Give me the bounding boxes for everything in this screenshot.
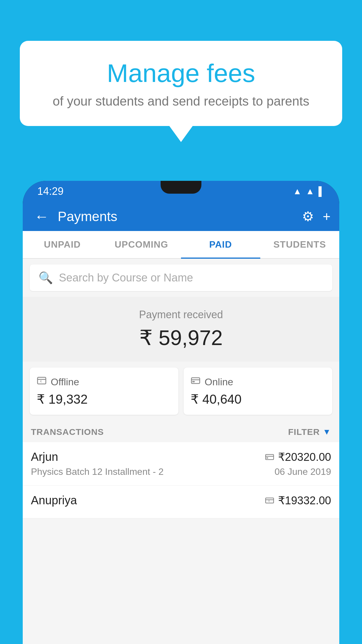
svg-text:₹: ₹ <box>40 380 42 383</box>
transaction-payment-icon-1 <box>265 451 274 463</box>
content-area: 🔍 Search by Course or Name Payment recei… <box>23 259 339 644</box>
tab-upcoming[interactable]: UPCOMING <box>102 231 181 258</box>
transaction-top-1: Arjun ₹20320.00 <box>31 450 331 463</box>
transaction-top-2: Anupriya ₹ ₹19332.00 <box>31 494 331 507</box>
add-icon[interactable]: + <box>323 209 331 224</box>
phone-frame: 14:29 ▲ ▲ ▌ ← Payments ⚙ + UNPAID UPCOMI… <box>23 181 339 644</box>
tab-students[interactable]: STUDENTS <box>260 231 340 258</box>
payment-received-amount: ₹ 59,972 <box>29 326 333 350</box>
transaction-amount-2: ₹19332.00 <box>278 494 331 507</box>
app-bar: ← Payments ⚙ + <box>23 202 339 231</box>
filter-text: FILTER <box>288 427 320 437</box>
transaction-bottom-1: Physics Batch 12 Installment - 2 06 June… <box>31 466 331 477</box>
status-icons: ▲ ▲ ▌ <box>293 186 325 196</box>
transactions-header: TRANSACTIONS FILTER ▼ <box>23 422 339 442</box>
transaction-payment-icon-2: ₹ <box>265 495 274 506</box>
speech-bubble: Manage fees of your students and send re… <box>20 41 342 126</box>
speech-bubble-title: Manage fees <box>43 58 319 88</box>
speech-bubble-subtitle: of your students and send receipts to pa… <box>43 94 319 108</box>
offline-card-amount: ₹ 19,332 <box>37 392 171 407</box>
filter-icon: ▼ <box>323 427 331 437</box>
online-card-header: Online <box>191 376 325 388</box>
app-bar-actions: ⚙ + <box>302 209 331 224</box>
back-button[interactable]: ← <box>31 205 52 228</box>
transactions-label: TRANSACTIONS <box>31 427 104 437</box>
transaction-name-1: Arjun <box>31 450 58 463</box>
search-icon: 🔍 <box>38 271 53 285</box>
transaction-row[interactable]: Anupriya ₹ ₹19332.00 <box>23 486 339 518</box>
filter-button[interactable]: FILTER ▼ <box>288 427 331 437</box>
search-bar[interactable]: 🔍 Search by Course or Name <box>30 265 332 291</box>
app-bar-title: Payments <box>58 209 296 224</box>
online-payment-icon <box>191 376 201 388</box>
tab-unpaid[interactable]: UNPAID <box>23 231 102 258</box>
settings-icon[interactable]: ⚙ <box>302 209 314 224</box>
payment-cards: ₹ Offline ₹ 19,332 <box>23 368 339 422</box>
signal-icon: ▲ <box>306 186 314 196</box>
transaction-amount-1: ₹20320.00 <box>278 451 331 463</box>
phone-notch <box>161 181 201 194</box>
svg-rect-6 <box>266 454 274 460</box>
phone-container: 14:29 ▲ ▲ ▌ ← Payments ⚙ + UNPAID UPCOMI… <box>23 181 339 644</box>
offline-card-type: Offline <box>51 376 79 388</box>
battery-icon: ▌ <box>319 186 325 196</box>
svg-rect-8 <box>266 457 268 459</box>
offline-card-header: ₹ Offline <box>37 376 171 388</box>
svg-rect-3 <box>191 378 200 384</box>
tabs-container: UNPAID UPCOMING PAID STUDENTS <box>23 231 339 259</box>
transaction-course-1: Physics Batch 12 Installment - 2 <box>31 466 164 477</box>
transaction-amount-wrap-1: ₹20320.00 <box>265 451 331 463</box>
payment-received-section: Payment received ₹ 59,972 <box>23 297 339 362</box>
online-card-type: Online <box>205 376 233 388</box>
offline-payment-card: ₹ Offline ₹ 19,332 <box>30 368 178 415</box>
search-input[interactable]: Search by Course or Name <box>59 272 193 284</box>
svg-text:₹: ₹ <box>268 500 270 503</box>
transaction-row[interactable]: Arjun ₹20320.00 Physics Batch 1 <box>23 442 339 486</box>
transaction-date-1: 06 June 2019 <box>275 466 331 477</box>
speech-bubble-tail <box>169 126 193 142</box>
wifi-icon: ▲ <box>293 186 302 196</box>
status-time: 14:29 <box>37 185 64 197</box>
svg-rect-5 <box>192 381 195 382</box>
online-payment-card: Online ₹ 40,640 <box>184 368 332 415</box>
payment-received-label: Payment received <box>29 309 333 321</box>
online-card-amount: ₹ 40,640 <box>191 392 325 407</box>
speech-bubble-container: Manage fees of your students and send re… <box>20 41 342 142</box>
transaction-amount-wrap-2: ₹ ₹19332.00 <box>265 494 331 507</box>
tab-paid[interactable]: PAID <box>181 231 260 258</box>
offline-payment-icon: ₹ <box>37 376 47 388</box>
transaction-name-2: Anupriya <box>31 494 77 507</box>
